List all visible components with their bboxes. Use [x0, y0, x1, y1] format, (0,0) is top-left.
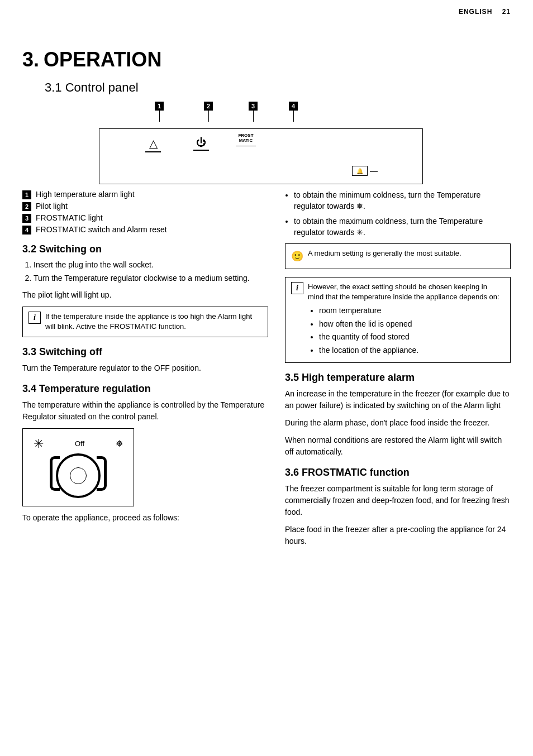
smiley-icon: 🙂	[291, 250, 303, 264]
alarm-reset-box: 🔔	[352, 166, 368, 176]
control-panel-items-list: 1 High temperature alarm light 2 Pilot l…	[22, 190, 268, 235]
medium-setting-info-box: 🙂 A medium setting is generally the most…	[285, 243, 511, 269]
item-label-3: FROSTMATIC light	[36, 213, 103, 222]
badge-4: 4	[289, 102, 298, 111]
power-icon: ⏻	[196, 137, 206, 149]
depends-item-3: the quantity of food stored	[319, 332, 505, 343]
info-icon-2: i	[291, 282, 303, 294]
page-lang: ENGLISH	[459, 8, 492, 16]
section-3-4-title: 3.4 Temperature regulation	[22, 383, 268, 395]
badge-1: 1	[155, 102, 164, 111]
chapter-title: OPERATION	[44, 48, 161, 71]
section-3-1-title: 3.1 Control panel	[45, 80, 511, 95]
temp-operate-note: To operate the appliance, proceed as fol…	[22, 512, 268, 524]
item-badge-4: 4	[22, 226, 31, 235]
medium-setting-text: A medium setting is generally the most s…	[308, 248, 461, 264]
section-3-6-title: 3.6 FROSTMATIC function	[285, 467, 511, 479]
exact-setting-text: However, the exact setting should be cho…	[308, 283, 499, 301]
temp-bullets: to obtain the minimum coldness, turn the…	[285, 190, 511, 238]
off-label: Off	[75, 439, 84, 448]
exact-setting-info-box: i However, the exact setting should be c…	[285, 277, 511, 363]
snowflake-dense-icon: ✳	[34, 437, 44, 451]
item-badge-1: 1	[22, 190, 31, 199]
item-label-1: High temperature alarm light	[36, 190, 135, 199]
step-1: Insert the plug into the wall socket.	[34, 260, 268, 271]
high-temp-para1: An increase in the temperature in the fr…	[285, 388, 511, 412]
list-item: 3 FROSTMATIC light	[22, 213, 268, 223]
temp-knob[interactable]	[56, 453, 101, 498]
switching-off-body: Turn the Temperature regulator to the OF…	[22, 362, 268, 374]
list-item: 1 High temperature alarm light	[22, 190, 268, 199]
depends-item-1: room temperature	[319, 305, 505, 317]
alarm-reset-line: —	[370, 166, 378, 175]
snowflake-light-icon: ❅	[116, 438, 123, 449]
item-badge-3: 3	[22, 214, 31, 223]
step-2: Turn the Temperature regulator clockwise…	[34, 273, 268, 284]
bullet-max-cold: to obtain the maximum coldness, turn the…	[294, 216, 511, 238]
badge-3: 3	[249, 102, 258, 111]
temp-regulator-diagram: ✳ Off ❅	[22, 428, 134, 506]
section-3-2-title: 3.2 Switching on	[22, 243, 268, 255]
frostmatic-para2: Place food in the freezer after a pre-co…	[285, 524, 511, 547]
frostmatic-para1: The freezer compartment is suitable for …	[285, 483, 511, 518]
pilot-note: The pilot light will light up.	[22, 289, 268, 301]
item-label-4: FROSTMATIC switch and Alarm reset	[36, 225, 167, 234]
depends-item-4: the location of the appliance.	[319, 345, 505, 356]
item-label-2: Pilot light	[36, 202, 68, 210]
high-temp-para3: When normal conditions are restored the …	[285, 434, 511, 458]
switching-on-steps: Insert the plug into the wall socket. Tu…	[22, 260, 268, 284]
high-temp-para2: During the alarm phase, don't place food…	[285, 417, 511, 429]
list-item: 4 FROSTMATIC switch and Alarm reset	[22, 225, 268, 235]
switching-on-info-box: i If the temperature inside the applianc…	[22, 307, 268, 337]
temp-reg-body: The temperature within the appliance is …	[22, 399, 268, 423]
info-icon: i	[28, 312, 41, 324]
frostmatic-label: FROSTMATIC	[238, 133, 253, 143]
item-badge-2: 2	[22, 202, 31, 211]
section-3-5-title: 3.5 High temperature alarm	[285, 372, 511, 384]
page-number: 21	[502, 8, 511, 16]
knob-inner	[70, 467, 87, 484]
page-header: ENGLISH 21	[459, 8, 511, 16]
section-3-3-title: 3.3 Switching off	[22, 346, 268, 358]
switching-on-info-text: If the temperature inside the appliance …	[45, 312, 262, 332]
badge-2: 2	[204, 102, 213, 111]
bullet-min-cold: to obtain the minimum coldness, turn the…	[294, 190, 511, 212]
depends-on-list: room temperature how often the lid is op…	[308, 305, 505, 356]
list-item: 2 Pilot light	[22, 202, 268, 211]
depends-item-2: how often the lid is opened	[319, 319, 505, 330]
warning-triangle-icon: △	[149, 137, 158, 150]
chapter-number: 3.	[22, 48, 39, 71]
